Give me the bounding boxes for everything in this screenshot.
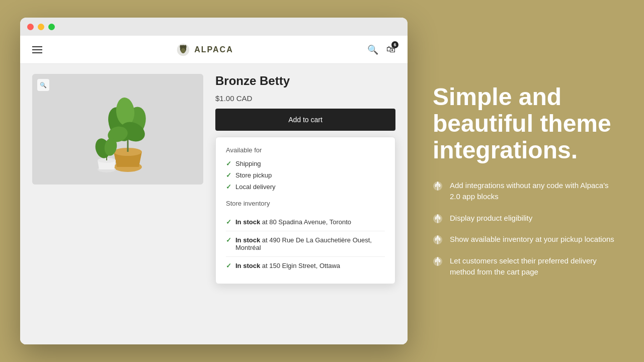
availability-pickup-label: Store pickup — [235, 171, 272, 179]
feature-text-0: Add integrations without any code with A… — [450, 180, 619, 203]
traffic-light-yellow[interactable] — [38, 24, 44, 30]
cart-badge: 6 — [391, 41, 398, 48]
svg-point-2 — [180, 45, 182, 48]
feature-list: Add integrations without any code with A… — [433, 180, 619, 278]
zoom-icon[interactable]: 🔍 — [37, 79, 49, 91]
availability-list: ✓ Shipping ✓ Store pickup ✓ Local delive… — [226, 160, 385, 191]
right-panel: Simple and beautiful theme integrations.… — [408, 64, 644, 298]
browser-content: ALPACA 🔍 🛍 6 🔍 — [20, 36, 408, 344]
product-details: Bronze Betty $1.00 CAD Add to cart Avail… — [215, 74, 395, 334]
feature-item-0: Add integrations without any code with A… — [433, 180, 619, 203]
hero-heading: Simple and beautiful theme integrations. — [433, 84, 619, 163]
feature-bullet-icon-1 — [433, 214, 443, 224]
inventory-text-2: In stock at 150 Elgin Street, Ottawa — [235, 262, 340, 269]
feature-text-1: Display product eligibility — [450, 213, 532, 224]
inventory-item-1: ✓ In stock at 490 Rue De La Gauchetière … — [226, 231, 385, 257]
alpaca-logo-icon — [176, 43, 190, 57]
feature-item-3: Let customers select their preferred del… — [433, 255, 619, 278]
feature-text-3: Let customers select their preferred del… — [450, 255, 619, 278]
inventory-section-title: Store inventory — [226, 200, 385, 207]
feature-item-2: Show available inventory at your pickup … — [433, 234, 619, 245]
check-icon-pickup: ✓ — [226, 171, 231, 179]
check-icon-inv-1: ✓ — [226, 236, 231, 244]
store-header: ALPACA 🔍 🛍 6 — [20, 36, 408, 64]
feature-text-2: Show available inventory at your pickup … — [450, 234, 614, 245]
inventory-item-0: ✓ In stock at 80 Spadina Avenue, Toronto — [226, 213, 385, 231]
feature-item-1: Display product eligibility — [433, 213, 619, 224]
logo-text: ALPACA — [194, 45, 233, 54]
inventory-item-2: ✓ In stock at 150 Elgin Street, Ottawa — [226, 257, 385, 275]
in-stock-label-0: In stock — [235, 218, 260, 226]
plant-svg — [32, 74, 203, 185]
svg-point-3 — [184, 45, 186, 48]
in-stock-label-1: In stock — [235, 236, 260, 244]
feature-bullet-icon-2 — [433, 235, 443, 245]
availability-shipping: ✓ Shipping — [226, 160, 385, 167]
feature-bullet-icon-0 — [433, 181, 443, 191]
traffic-light-green[interactable] — [48, 24, 55, 30]
check-icon-shipping: ✓ — [226, 160, 231, 167]
search-icon[interactable]: 🔍 — [367, 44, 378, 55]
availability-section-title: Available for — [226, 146, 385, 154]
check-icon-inv-0: ✓ — [226, 218, 231, 226]
product-price: $1.00 CAD — [215, 94, 395, 103]
feature-bullet-icon-3 — [433, 256, 443, 266]
check-icon-inv-2: ✓ — [226, 262, 231, 269]
product-image-container: 🔍 — [32, 74, 203, 185]
product-image — [32, 74, 203, 185]
inventory-location-0: at 80 Spadina Avenue, Toronto — [260, 218, 351, 226]
inventory-text-1: In stock at 490 Rue De La Gauchetière Ou… — [235, 236, 385, 251]
cart-icon-wrapper[interactable]: 🛍 6 — [386, 44, 395, 55]
availability-pickup: ✓ Store pickup — [226, 171, 385, 179]
browser-titlebar — [20, 18, 408, 36]
availability-dropdown: Available for ✓ Shipping ✓ Store pickup … — [215, 137, 395, 284]
check-icon-delivery: ✓ — [226, 183, 231, 191]
header-actions: 🔍 🛍 6 — [367, 44, 395, 55]
store-body: 🔍 — [20, 64, 408, 344]
inventory-list: ✓ In stock at 80 Spadina Avenue, Toronto… — [226, 213, 385, 275]
svg-point-4 — [181, 48, 186, 53]
inventory-location-2: at 150 Elgin Street, Ottawa — [260, 262, 340, 269]
store-logo: ALPACA — [176, 43, 233, 57]
availability-delivery-label: Local delivery — [235, 183, 276, 191]
browser-window: ALPACA 🔍 🛍 6 🔍 — [20, 18, 408, 344]
product-title: Bronze Betty — [215, 74, 395, 88]
traffic-light-red[interactable] — [27, 24, 34, 30]
add-to-cart-button[interactable]: Add to cart — [215, 109, 395, 131]
hamburger-menu[interactable] — [32, 46, 42, 53]
inventory-text-0: In stock at 80 Spadina Avenue, Toronto — [235, 218, 351, 226]
in-stock-label-2: In stock — [235, 262, 260, 269]
availability-delivery: ✓ Local delivery — [226, 183, 385, 191]
availability-shipping-label: Shipping — [235, 160, 261, 167]
